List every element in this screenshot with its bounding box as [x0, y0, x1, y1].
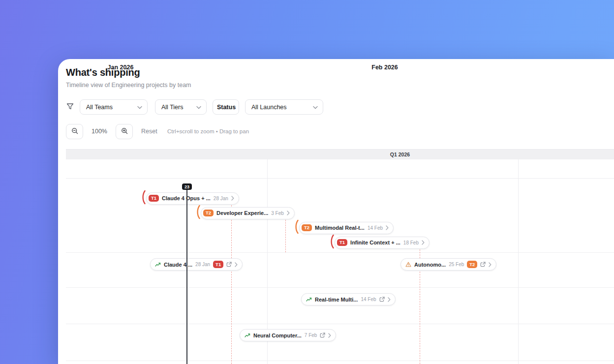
launch-date: 14 Feb [361, 297, 376, 302]
launch-pill[interactable]: Real-time Multi... 14 Feb [301, 293, 396, 305]
launch-date: 28 Jan [195, 262, 210, 267]
chevron-right-icon [422, 238, 425, 247]
project-label: Infinite Context + ... [350, 240, 400, 245]
month-label-jan: Jan 2026 [108, 64, 134, 71]
page-subtitle: Timeline view of Engineering projects by… [66, 82, 191, 89]
chevron-down-icon [313, 104, 318, 111]
project-pill[interactable]: T1 Infinite Context + ... 18 Feb [330, 234, 430, 251]
launch-label: Claude 4 ... [164, 262, 192, 268]
project-date: 14 Feb [368, 225, 383, 231]
trend-up-icon [245, 331, 250, 340]
project-date: 28 Jan [214, 196, 228, 201]
chevron-right-icon [287, 209, 290, 217]
external-link-icon [226, 260, 232, 269]
team-badge: T2 [203, 210, 214, 217]
chevron-right-icon [386, 223, 389, 232]
quarter-header-bar: Q1 2026 [66, 149, 614, 159]
teams-filter-select[interactable]: All Teams [80, 99, 148, 115]
external-link-icon [320, 331, 325, 340]
milestone-brace-icon [196, 205, 200, 221]
quarter-label: Q1 2026 [390, 152, 410, 157]
milestone-brace-icon [294, 219, 299, 236]
row-gridline [66, 287, 614, 288]
external-link-icon [379, 295, 385, 304]
month-header-row [66, 159, 614, 179]
status-filter-button[interactable]: Status [213, 99, 239, 115]
chevron-right-icon [489, 260, 491, 269]
milestone-brace-icon [141, 190, 146, 207]
milestone-dash-line [285, 217, 286, 252]
reset-zoom-button[interactable]: Reset [141, 128, 157, 135]
zoom-out-button[interactable] [66, 124, 83, 139]
chevron-down-icon [196, 104, 201, 111]
launch-date: 7 Feb [305, 333, 317, 338]
project-pill[interactable]: T2 Multimodal Real-t... 14 Feb [294, 219, 394, 236]
row-gridline [66, 324, 614, 324]
zoom-level: 100% [92, 128, 107, 135]
chevron-right-icon [388, 295, 391, 304]
project-pill[interactable]: T2 Developer Experie... 3 Feb [196, 205, 295, 221]
teams-filter-value: All Teams [86, 104, 113, 111]
team-badge: T2 [467, 261, 477, 268]
launches-filter-value: All Launches [251, 104, 287, 111]
row-gridline [66, 252, 614, 253]
chevron-down-icon [137, 104, 142, 111]
month-gridline [518, 159, 519, 364]
launch-date: 25 Feb [449, 262, 464, 267]
external-link-icon [480, 260, 486, 269]
project-pill[interactable]: T1 Claude 4 Opus + ... 28 Jan [141, 190, 239, 207]
chevron-right-icon [328, 331, 331, 340]
milestone-brace-icon [330, 234, 334, 251]
trend-up-icon [306, 295, 312, 304]
project-date: 18 Feb [403, 240, 419, 245]
launch-pill[interactable]: Neural Computer... 7 Feb [240, 329, 336, 341]
team-badge: T1 [149, 195, 159, 202]
warning-icon [405, 260, 411, 269]
row-gridline [66, 361, 614, 361]
today-marker-badge: 23 [182, 183, 192, 190]
today-marker-line [186, 188, 187, 364]
team-badge: T2 [302, 224, 312, 232]
zoom-out-icon [71, 127, 78, 136]
tiers-filter-value: All Tiers [161, 104, 183, 111]
launches-filter-select[interactable]: All Launches [245, 99, 323, 115]
milestone-dash-line [231, 203, 232, 364]
zoom-in-icon [121, 127, 128, 136]
team-badge: T1 [213, 261, 223, 268]
launch-label: Real-time Multi... [315, 297, 358, 303]
whats-shipping-panel: What's shipping Timeline view of Enginee… [58, 59, 614, 364]
chevron-right-icon [231, 194, 234, 203]
project-label: Developer Experie... [216, 210, 268, 216]
month-label-feb: Feb 2026 [371, 64, 398, 71]
project-label: Multimodal Real-t... [315, 225, 365, 231]
tiers-filter-select[interactable]: All Tiers [155, 99, 207, 115]
zoom-pan-hint: Ctrl+scroll to zoom • Drag to pan [167, 128, 249, 134]
filter-funnel-icon [66, 103, 74, 112]
launch-label: Neural Computer... [253, 333, 302, 338]
trend-up-icon [155, 260, 161, 269]
team-badge: T1 [337, 239, 347, 246]
desktop-background: What's shipping Timeline view of Enginee… [0, 0, 614, 364]
launch-pill[interactable]: Autonomo... 25 Feb T2 [400, 258, 496, 271]
launch-pill[interactable]: Claude 4 ... 28 Jan T1 [150, 258, 243, 271]
chevron-right-icon [235, 260, 238, 269]
launch-label: Autonomo... [414, 262, 446, 268]
project-date: 3 Feb [271, 211, 284, 216]
zoom-in-button[interactable] [116, 124, 133, 139]
